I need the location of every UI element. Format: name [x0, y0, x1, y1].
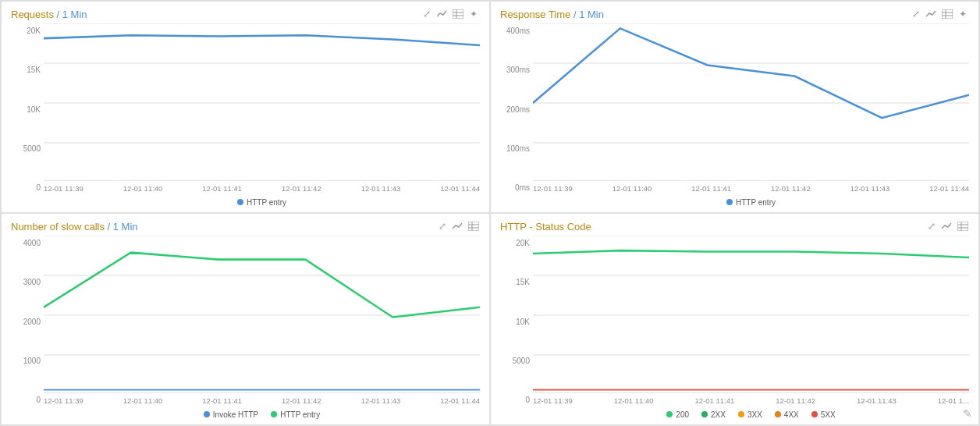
svg-rect-18 — [468, 222, 479, 231]
requests-icons: ⤢ ✦ — [421, 8, 480, 20]
slow-calls-y-axis: 4000 3000 2000 1000 0 — [11, 236, 44, 420]
y-label: 15K — [516, 278, 530, 286]
x-label: 12-01 11:39 — [44, 396, 83, 407]
http-status-title: HTTP - Status Code — [500, 221, 591, 233]
expand-icon[interactable]: ⤢ — [436, 220, 449, 233]
settings-icon[interactable]: ✦ — [957, 8, 969, 20]
y-label: 3000 — [23, 278, 41, 286]
http-status-x-axis: 12-01 11:39 12-01 11:40 12-01 11:41 12-0… — [533, 395, 969, 407]
y-label: 1000 — [23, 357, 41, 365]
response-time-chart-area: 400ms 300ms 200ms 100ms 0ms 1 — [500, 23, 969, 208]
table-icon[interactable] — [941, 8, 953, 20]
legend-label: Invoke HTTP — [213, 410, 258, 419]
svg-rect-27 — [957, 222, 968, 231]
http-status-legend: 200 2XX 3XX 4XX — [533, 407, 969, 420]
response-time-icons: ⤢ ✦ — [910, 8, 969, 20]
http-status-chart-area: 20K 15K 10K 5000 0 — [500, 236, 969, 420]
http-status-y-axis: 20K 15K 10K 5000 0 — [500, 236, 533, 420]
y-label: 400ms — [506, 27, 530, 35]
expand-icon[interactable]: ⤢ — [910, 8, 922, 20]
legend-dot-4xx — [775, 411, 781, 417]
response-time-panel: Response Time / 1 Min ⤢ ✦ 400ms 300ms 20… — [490, 1, 979, 213]
expand-icon[interactable]: ⤢ — [421, 8, 433, 20]
legend-label: HTTP entry — [736, 198, 776, 207]
http-status-panel: HTTP - Status Code ⤢ 20K 15K 10K 5000 0 — [490, 213, 979, 425]
expand-icon[interactable]: ⤢ — [925, 220, 938, 233]
y-label: 2000 — [23, 318, 41, 326]
y-label: 10K — [516, 318, 530, 326]
legend-dot — [726, 199, 733, 205]
y-label: 15K — [27, 66, 41, 74]
x-label: 12-01 11:42 — [776, 396, 815, 407]
y-label: 20K — [27, 27, 41, 35]
legend-label-4xx: 4XX — [784, 410, 799, 419]
line-chart-icon[interactable] — [941, 220, 953, 233]
x-label: 12-01 11:43 — [850, 184, 890, 195]
x-label: 12-01 11:39 — [533, 396, 573, 407]
edit-icon[interactable]: ✎ — [963, 407, 972, 420]
x-label: 12-01 11:40 — [612, 184, 652, 195]
response-time-y-axis: 400ms 300ms 200ms 100ms 0ms — [500, 23, 533, 208]
y-label: 5000 — [513, 357, 530, 365]
legend-item-2xx: 2XX — [701, 409, 726, 420]
http-status-chart-inner: 12-01 11:39 12-01 11:40 12-01 11:41 12-0… — [533, 236, 969, 420]
x-label: 12-01 11:42 — [771, 184, 811, 195]
settings-icon[interactable]: ✦ — [467, 8, 480, 20]
table-icon[interactable] — [452, 8, 464, 20]
slow-calls-chart-inner: 12-01 11:39 12-01 11:40 12-01 11:41 12-0… — [44, 236, 480, 420]
y-label: 4000 — [23, 239, 41, 247]
x-label: 12-01 11:42 — [282, 396, 321, 407]
response-time-legend: HTTP entry — [533, 195, 969, 208]
requests-x-axis: 12-01 11:39 12-01 11:40 12-01 11:41 12-0… — [44, 183, 480, 195]
slow-calls-legend: Invoke HTTP HTTP entry — [44, 407, 480, 420]
legend-item-5xx: 5XX — [811, 409, 836, 420]
slow-calls-panel: Number of slow calls / 1 Min ⤢ 4000 3000… — [1, 213, 490, 425]
legend-item-4xx: 4XX — [775, 409, 799, 420]
http-status-icons: ⤢ — [925, 220, 969, 233]
requests-legend: HTTP entry — [44, 195, 480, 208]
table-icon[interactable] — [467, 220, 480, 233]
y-label: 300ms — [506, 66, 530, 74]
requests-y-axis: 20K 15K 10K 5000 0 — [11, 23, 44, 208]
slow-calls-x-axis: 12-01 11:39 12-01 11:40 12-01 11:41 12-0… — [44, 395, 480, 407]
svg-rect-0 — [453, 9, 463, 19]
legend-item-3xx: 3XX — [738, 409, 762, 420]
svg-rect-9 — [942, 9, 953, 19]
x-label: 12-01 11:40 — [614, 396, 654, 407]
http-status-header: HTTP - Status Code ⤢ — [500, 220, 969, 233]
line-chart-icon[interactable] — [436, 8, 449, 20]
x-label: 12-01 11:43 — [857, 396, 897, 407]
legend-label-3xx: 3XX — [747, 410, 762, 419]
y-label: 100ms — [506, 144, 530, 153]
legend-dot-blue — [204, 411, 210, 417]
response-time-highlight: / 1 Min — [573, 9, 604, 20]
x-label: 12-01 11:44 — [440, 184, 480, 195]
requests-chart-area: 20K 15K 10K 5000 0 12-01 11:39 12-01 11:… — [11, 23, 480, 208]
x-label: 12-01 11:43 — [361, 396, 401, 407]
line-chart-icon[interactable] — [925, 8, 938, 20]
legend-item-200: 200 — [666, 409, 689, 420]
legend-label-2xx: 2XX — [711, 410, 726, 419]
legend-label-5xx: 5XX — [821, 410, 836, 419]
table-icon[interactable] — [957, 220, 969, 233]
y-label: 5000 — [23, 144, 41, 153]
x-label: 12-01 11:40 — [123, 396, 163, 407]
y-label: 0 — [36, 183, 41, 192]
x-label: 12-01 11:42 — [282, 184, 321, 195]
x-label: 12-01 11:44 — [929, 184, 969, 195]
slow-calls-title: Number of slow calls / 1 Min — [11, 221, 138, 233]
slow-calls-chart-area: 4000 3000 2000 1000 0 — [11, 236, 480, 420]
line-chart-icon[interactable] — [452, 220, 464, 233]
requests-svg — [44, 23, 480, 183]
y-label: 200ms — [506, 105, 530, 114]
requests-title: Requests / 1 Min — [11, 9, 87, 20]
response-time-title: Response Time / 1 Min — [500, 9, 604, 20]
x-label: 12-01 11:39 — [533, 184, 573, 195]
y-label: 20K — [516, 239, 530, 247]
slow-calls-highlight: / 1 Min — [108, 221, 138, 233]
legend-label: HTTP entry — [280, 410, 320, 419]
legend-dot-200 — [666, 411, 673, 417]
x-label: 12-01 11:41 — [202, 396, 242, 407]
requests-panel: Requests / 1 Min ⤢ ✦ 20K 15K 10K 5000 0 — [1, 1, 490, 213]
response-time-x-axis: 12-01 11:39 12-01 11:40 12-01 11:41 12-0… — [533, 183, 969, 195]
